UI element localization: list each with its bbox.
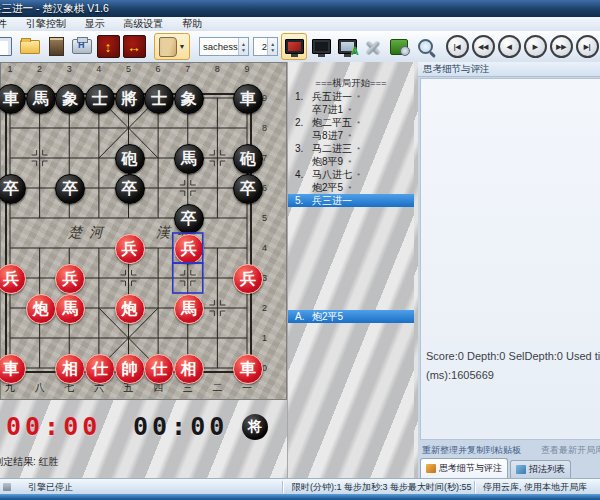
magnifier-icon	[418, 39, 433, 54]
turn-indicator-piece: 将	[242, 414, 268, 440]
score-line-2: (ms):1605669	[426, 366, 600, 385]
move-mark: *	[357, 119, 360, 128]
result-label: 判定结果: 红胜	[0, 455, 59, 469]
move-number: 4.	[295, 168, 312, 181]
move-row[interactable]: 4.马八进七*	[288, 168, 414, 181]
menu-item-display[interactable]: 显示	[85, 17, 105, 31]
engine-view-button[interactable]	[309, 34, 333, 59]
tab-move-list[interactable]: 招法列表	[510, 460, 571, 478]
edit-position-button[interactable]	[44, 34, 68, 59]
move-text: 马二进三	[312, 143, 352, 154]
engine-select[interactable]: sachess ▲▼	[199, 37, 249, 56]
analysis-tabs: 思考细节与评注 招法列表	[418, 459, 600, 478]
capture-button[interactable]	[387, 34, 411, 59]
analysis-content: Score:0 Depth:0 SelDepth:0 Used time (ms…	[420, 78, 600, 440]
move-row[interactable]: A.炮2平5	[288, 310, 414, 323]
spinner-icon[interactable]: ▲▼	[238, 38, 248, 55]
engine-stop-button[interactable]	[281, 33, 307, 60]
nav-forward-icon: ▶▶	[556, 43, 566, 51]
search-button[interactable]	[413, 34, 437, 59]
move-row[interactable]: 1.兵五进一*	[288, 90, 414, 103]
book-icon	[159, 37, 177, 57]
nav-rewind-button[interactable]: ◀◀	[472, 35, 495, 58]
move-mark: *	[357, 93, 360, 102]
nav-back-button[interactable]: ◀	[498, 35, 521, 58]
toolbar: ↕ ↔ ▼ sachess ▲▼ 2 ▲▼ A |◀ ◀◀ ◀ ▶ ▶▶ ▶|	[0, 31, 600, 63]
score-line-1: Score:0 Depth:0 SelDepth:0 Used time	[426, 347, 600, 366]
analysis-button[interactable]: A	[335, 34, 359, 59]
move-mark: *	[357, 145, 360, 154]
tab-think-details[interactable]: 思考细节与评注	[420, 458, 508, 478]
nav-last-icon: ▶|	[584, 43, 591, 51]
copy-to-clipboard-link[interactable]: 重新整理并复制到粘贴板	[422, 443, 521, 457]
menu-item-advanced-settings[interactable]: 高级设置	[123, 17, 163, 31]
save-button[interactable]	[70, 34, 94, 59]
position-card-icon	[49, 37, 64, 56]
move-mark: *	[348, 184, 351, 193]
move-text: 炮二平五	[312, 117, 352, 128]
match-button[interactable]	[361, 34, 385, 59]
nav-last-button[interactable]: ▶|	[576, 35, 599, 58]
move-row[interactable]: 3.马二进三*	[288, 142, 414, 155]
letter-a-icon: A	[351, 45, 359, 57]
menu-item-help[interactable]: 帮助	[182, 17, 202, 31]
analysis-panel-header: 思考细节与评注	[418, 62, 600, 77]
engine-score-text: Score:0 Depth:0 SelDepth:0 Used time (ms…	[426, 347, 600, 385]
move-row[interactable]: 炮8平9*	[288, 155, 414, 168]
black-clock: 00:00	[133, 412, 228, 442]
move-row[interactable]: 5.兵三进一	[288, 194, 414, 207]
move-row[interactable]: 炮2平5*	[288, 181, 414, 194]
new-file-icon	[0, 37, 12, 56]
move-row[interactable]: 卒7进1*	[288, 103, 414, 116]
move-row[interactable]: 马8进7*	[288, 129, 414, 142]
tab-label: 招法列表	[529, 463, 565, 476]
move-text: 马八进七	[312, 169, 352, 180]
move-text: 炮2平5	[312, 182, 343, 193]
move-number: A.	[295, 310, 312, 323]
flip-board-vertical-button[interactable]: ↕	[96, 34, 120, 59]
move-text: 兵三进一	[312, 195, 352, 206]
move-mark: *	[348, 158, 351, 167]
status-engine-state: 引擎已停止	[28, 479, 73, 495]
move-number: 5.	[295, 194, 312, 207]
nav-rewind-icon: ◀◀	[478, 43, 488, 51]
move-text: 兵五进一	[312, 91, 352, 102]
status-icon	[3, 483, 11, 491]
menu-item-file[interactable]: 文件	[0, 17, 7, 31]
view-book-link[interactable]: 查看最新开局库	[541, 443, 600, 457]
main-area: 楚河 漢界 123456789九八七六五四三二一9876543210車馬象士將士…	[0, 62, 600, 478]
nav-play-button[interactable]: ▶	[524, 35, 547, 58]
status-divider	[282, 481, 283, 493]
menu-item-engine-control[interactable]: 引擎控制	[26, 17, 66, 31]
nav-first-icon: |◀	[454, 43, 461, 51]
crossed-pieces-icon	[363, 37, 383, 57]
window-title: 兵三进一 - 楚汉象棋 V1.6	[0, 2, 109, 14]
spinner-icon[interactable]: ▲▼	[267, 38, 277, 55]
clock-row: 00:00 00:00 将	[0, 412, 287, 444]
xiangqi-board[interactable]: 楚河 漢界 123456789九八七六五四三二一9876543210車馬象士將士…	[0, 62, 287, 400]
move-text: 炮8平9	[312, 156, 343, 167]
app-window: 兵三进一 - 楚汉象棋 V1.6 文件 引擎控制 显示 高级设置 帮助 ↕ ↔ …	[0, 0, 600, 500]
move-mark: *	[357, 171, 360, 180]
move-row[interactable]: 2.炮二平五*	[288, 116, 414, 129]
nav-forward-button[interactable]: ▶▶	[550, 35, 573, 58]
tab-label: 思考细节与评注	[439, 462, 502, 475]
flip-board-horizontal-button[interactable]: ↔	[122, 34, 146, 59]
engine-count-select[interactable]: 2 ▲▼	[253, 37, 278, 56]
computer-icon: A	[338, 39, 357, 54]
red-clock: 00:00	[6, 412, 101, 442]
chevron-down-icon: ▼	[179, 43, 186, 50]
move-number: 1.	[295, 90, 312, 103]
open-file-button[interactable]	[18, 34, 42, 59]
move-number: 3.	[295, 142, 312, 155]
new-file-button[interactable]	[0, 34, 16, 59]
tab-icon	[426, 464, 436, 473]
move-list: ===棋局开始===1.兵五进一*卒7进1*2.炮二平五*马8进7*3.马二进三…	[288, 75, 414, 207]
open-book-button[interactable]: ▼	[154, 33, 190, 60]
title-bar[interactable]: 兵三进一 - 楚汉象棋 V1.6	[0, 0, 600, 17]
nav-first-button[interactable]: |◀	[446, 35, 469, 58]
move-text: 卒7进1	[312, 104, 343, 115]
move-number: 2.	[295, 116, 312, 129]
status-bar: 引擎已停止 限时(分钟):1 每步加秒:3 每步最大时间(秒):55 停用云库,…	[0, 478, 600, 495]
flip-vertical-icon: ↕	[97, 35, 120, 58]
